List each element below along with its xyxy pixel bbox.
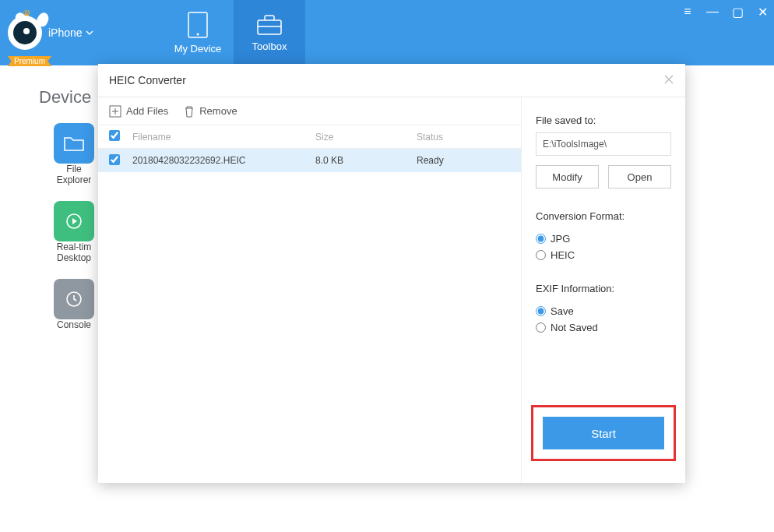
table-row[interactable]: 20180428032232692.HEIC 8.0 KB Ready <box>98 149 521 172</box>
col-filename: Filename <box>132 132 315 143</box>
device-selector-label: iPhone <box>48 26 83 39</box>
add-files-label: Add Files <box>126 105 168 117</box>
col-status: Status <box>417 132 510 143</box>
select-all-checkbox[interactable] <box>109 130 120 141</box>
row-size: 8.0 KB <box>315 155 417 166</box>
save-path-input[interactable] <box>536 132 671 156</box>
device-selector[interactable]: iPhone <box>48 26 93 39</box>
tablet-icon <box>188 12 208 38</box>
format-jpg-radio[interactable] <box>536 234 546 244</box>
format-heic-option[interactable]: HEIC <box>536 249 671 261</box>
minimize-icon[interactable]: — <box>705 5 719 19</box>
tool-label-1: Console <box>57 319 91 330</box>
play-icon <box>54 201 94 241</box>
format-jpg-option[interactable]: JPG <box>536 233 671 245</box>
plus-square-icon <box>109 105 121 118</box>
tool-label-2: Desktop <box>57 252 91 263</box>
premium-badge: Premium <box>8 56 51 66</box>
tool-label-1: Real-tim <box>57 241 92 252</box>
format-heic-radio[interactable] <box>536 250 546 260</box>
exif-notsave-radio[interactable] <box>536 322 546 333</box>
exif-notsave-text: Not Saved <box>551 322 598 333</box>
format-jpg-text: JPG <box>551 233 570 245</box>
tab-label: My Device <box>174 43 222 55</box>
window-controls: ≡ — ▢ ✕ <box>681 5 769 19</box>
maximize-icon[interactable]: ▢ <box>730 5 744 19</box>
remove-button[interactable]: Remove <box>184 105 237 118</box>
row-checkbox[interactable] <box>109 154 120 165</box>
exif-save-option[interactable]: Save <box>536 305 671 317</box>
exif-save-radio[interactable] <box>536 306 546 316</box>
tool-label-2: Explorer <box>57 174 92 185</box>
format-label: Conversion Format: <box>536 210 671 222</box>
logo-area: ♛ Premium iPhone <box>0 0 162 65</box>
modal-title: HEIC Converter <box>109 74 186 86</box>
row-filename: 20180428032232692.HEIC <box>132 155 315 166</box>
modal-close-button[interactable] <box>663 72 674 89</box>
settings-pane: File saved to: Modify Open Conversion Fo… <box>522 97 685 483</box>
start-highlight: Start <box>531 405 676 461</box>
close-icon <box>663 74 674 85</box>
menu-icon[interactable]: ≡ <box>681 5 695 19</box>
chevron-down-icon <box>86 30 93 35</box>
tool-label-1: File <box>66 164 81 174</box>
close-icon[interactable]: ✕ <box>755 5 769 19</box>
exif-label: EXIF Information: <box>536 283 671 294</box>
remove-label: Remove <box>199 105 237 117</box>
tab-my-device[interactable]: My Device <box>162 0 234 65</box>
exif-notsave-option[interactable]: Not Saved <box>536 322 671 333</box>
svg-point-1 <box>197 33 199 35</box>
tab-toolbox[interactable]: Toolbox <box>234 0 305 65</box>
logo-eye-icon <box>8 16 42 50</box>
row-status: Ready <box>417 155 510 166</box>
trash-icon <box>184 105 195 118</box>
format-heic-text: HEIC <box>551 249 575 261</box>
svg-rect-2 <box>258 20 281 34</box>
add-files-button[interactable]: Add Files <box>109 105 168 118</box>
app-header: ♛ Premium iPhone My Device Toolbox ≡ — ▢ <box>0 0 774 65</box>
table-header: Filename Size Status <box>98 125 521 149</box>
exif-save-text: Save <box>551 305 574 317</box>
saved-to-label: File saved to: <box>536 115 671 126</box>
start-button[interactable]: Start <box>543 417 664 449</box>
folder-icon <box>54 123 94 164</box>
toolbox-icon <box>256 14 283 36</box>
modify-button[interactable]: Modify <box>536 165 599 188</box>
file-list-pane: Add Files Remove Filename Size Status 20… <box>98 97 522 483</box>
clock-icon <box>54 279 94 319</box>
open-button[interactable]: Open <box>608 165 671 188</box>
modal-header: HEIC Converter <box>98 64 685 97</box>
tab-label: Toolbox <box>252 41 287 52</box>
file-toolbar: Add Files Remove <box>98 97 521 125</box>
heic-converter-modal: HEIC Converter Add Files Remove Filename… <box>98 64 685 483</box>
col-size: Size <box>315 132 417 143</box>
